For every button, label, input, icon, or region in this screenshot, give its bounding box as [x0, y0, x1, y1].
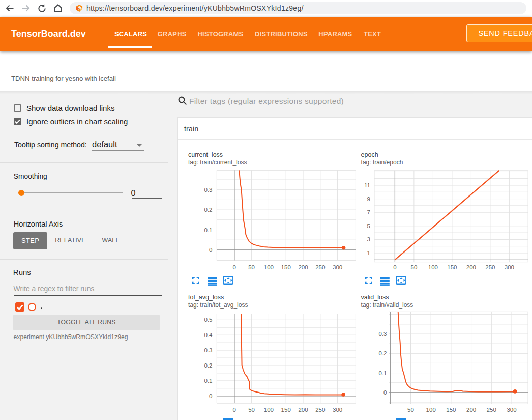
svg-text:300: 300	[507, 407, 516, 413]
svg-text:0: 0	[233, 407, 236, 413]
svg-text:50: 50	[248, 407, 255, 413]
svg-text:0.5: 0.5	[204, 317, 213, 323]
svg-text:250: 250	[485, 264, 495, 270]
svg-text:150: 150	[447, 264, 457, 270]
svg-text:100: 100	[426, 407, 436, 413]
svg-text:0.2: 0.2	[204, 362, 213, 369]
svg-text:100: 100	[264, 407, 274, 413]
svg-text:200: 200	[466, 264, 476, 270]
svg-text:300: 300	[333, 407, 342, 413]
svg-text:300: 300	[505, 264, 514, 270]
svg-text:0.3: 0.3	[204, 347, 213, 353]
svg-text:7: 7	[367, 209, 370, 215]
svg-text:250: 250	[487, 407, 496, 413]
svg-text:150: 150	[281, 264, 291, 270]
svg-text:250: 250	[315, 264, 325, 270]
svg-text:100: 100	[264, 264, 274, 270]
svg-text:0.1: 0.1	[204, 378, 213, 384]
svg-text:150: 150	[446, 407, 456, 413]
svg-text:0: 0	[209, 247, 212, 253]
svg-text:3: 3	[367, 236, 370, 242]
svg-text:150: 150	[281, 407, 291, 413]
svg-text:100: 100	[428, 264, 438, 270]
svg-text:0: 0	[209, 393, 212, 399]
svg-text:0: 0	[393, 264, 396, 270]
svg-text:9: 9	[367, 196, 370, 202]
svg-text:0: 0	[233, 264, 236, 270]
svg-text:50: 50	[407, 407, 414, 413]
svg-text:0.3: 0.3	[379, 331, 387, 337]
svg-text:200: 200	[298, 264, 308, 270]
svg-text:1: 1	[367, 250, 370, 256]
svg-text:0: 0	[383, 389, 387, 396]
svg-text:0.3: 0.3	[204, 187, 213, 193]
svg-text:0.4: 0.4	[204, 332, 213, 338]
svg-text:11: 11	[364, 182, 370, 188]
svg-text:200: 200	[466, 407, 476, 413]
svg-text:0.2: 0.2	[379, 350, 387, 356]
svg-text:0.1: 0.1	[379, 370, 387, 376]
svg-text:300: 300	[333, 264, 342, 270]
svg-text:200: 200	[298, 407, 308, 413]
svg-text:0.1: 0.1	[204, 227, 213, 233]
svg-text:5: 5	[367, 223, 370, 229]
svg-text:0.2: 0.2	[204, 207, 213, 213]
svg-text:50: 50	[411, 264, 418, 270]
svg-text:50: 50	[248, 264, 255, 270]
svg-text:250: 250	[315, 407, 325, 413]
